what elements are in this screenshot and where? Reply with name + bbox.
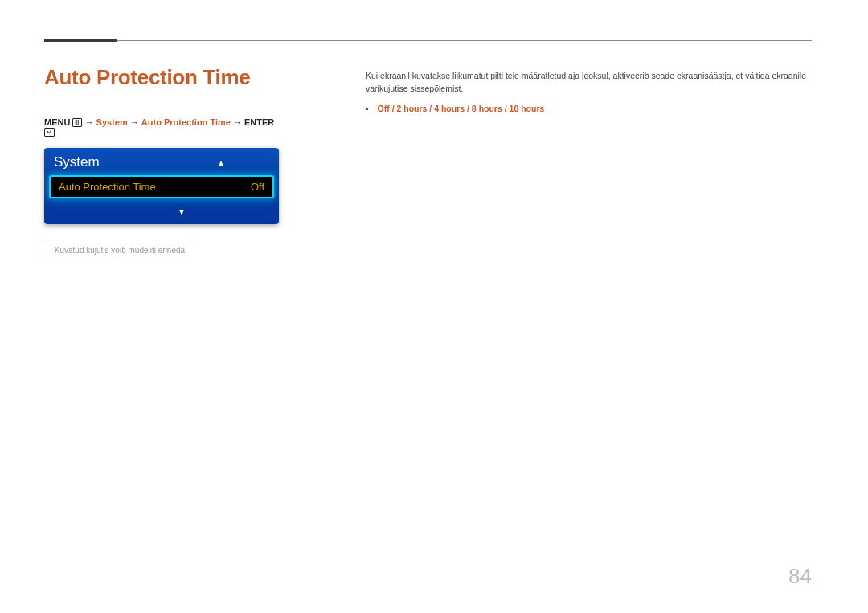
breadcrumb-arrow-1: →: [85, 117, 94, 127]
chevron-down-icon[interactable]: ▼: [133, 207, 230, 216]
page-number: 84: [788, 564, 812, 589]
osd-panel-title: System: [54, 154, 100, 170]
osd-panel: System ▲ Auto Protection Time Off ▼: [44, 148, 279, 224]
breadcrumb-system: System: [96, 117, 128, 127]
breadcrumb-feature: Auto Protection Time: [141, 117, 231, 127]
options-text: Off / 2 hours / 4 hours / 8 hours / 10 h…: [378, 104, 545, 113]
chevron-up-icon[interactable]: ▲: [173, 158, 269, 167]
options-line: • Off / 2 hours / 4 hours / 8 hours / 10…: [366, 104, 812, 113]
breadcrumb-arrow-3: →: [233, 117, 242, 127]
breadcrumb-enter: ENTER: [244, 117, 274, 127]
footnote: ― Kuvatud kujutis võib mudeliti erineda.: [44, 246, 285, 255]
breadcrumb-arrow-2: →: [130, 117, 139, 127]
breadcrumb-menu: MENU: [44, 117, 70, 127]
menu-icon: Ⅲ: [72, 118, 82, 127]
note-rule: [44, 239, 189, 239]
enter-icon: ↵: [44, 128, 55, 137]
osd-selected-row[interactable]: Auto Protection Time Off: [49, 175, 274, 198]
description-text: Kui ekraanil kuvatakse liikumatut pilti …: [366, 70, 812, 96]
breadcrumb: MENU Ⅲ → System → Auto Protection Time →…: [44, 117, 285, 137]
top-rule: [44, 40, 812, 41]
osd-row-label: Auto Protection Time: [59, 181, 156, 193]
page-title: Auto Protection Time: [44, 65, 285, 90]
bullet-icon: •: [366, 104, 369, 113]
osd-row-value: Off: [251, 181, 264, 193]
